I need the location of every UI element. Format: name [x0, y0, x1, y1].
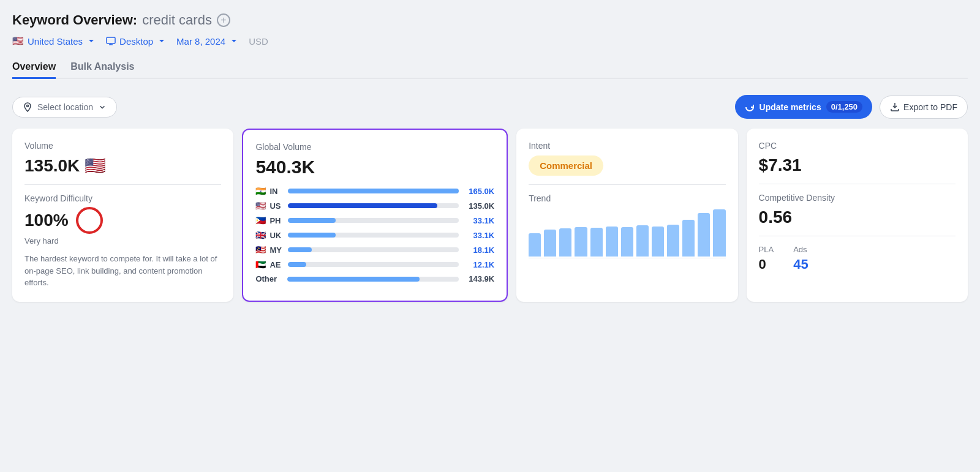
- intent-trend-card: Intent Commercial Trend: [516, 129, 737, 302]
- country-volume: 165.0K: [462, 187, 494, 196]
- kd-value: 100%: [24, 211, 69, 230]
- country-code: PH: [270, 216, 284, 225]
- add-keyword-icon[interactable]: +: [217, 13, 230, 27]
- chevron-down-icon3: [229, 36, 239, 46]
- other-label: Other: [255, 274, 284, 283]
- bar-background: [288, 189, 459, 193]
- update-metrics-button[interactable]: Update metrics 0/1,250: [735, 95, 873, 119]
- refresh-icon: [745, 102, 755, 112]
- update-metrics-label: Update metrics: [760, 102, 821, 112]
- kd-section: Keyword Difficulty 100% Very hard The ha…: [24, 193, 221, 289]
- intent-divider: [529, 184, 725, 185]
- bar-fill: [288, 218, 336, 223]
- trend-bar: [621, 227, 633, 257]
- country-flag-icon: 🇵🇭: [255, 215, 266, 225]
- bar-fill: [288, 233, 336, 238]
- intent-label: Intent: [529, 141, 725, 151]
- trend-bar: [529, 233, 541, 257]
- select-location-button[interactable]: Select location: [12, 97, 117, 118]
- ads-item: Ads 45: [793, 245, 808, 272]
- device-selector[interactable]: Desktop: [106, 36, 167, 47]
- currency-label: USD: [249, 36, 268, 47]
- kd-circle-icon: [76, 207, 103, 234]
- bar-fill: [288, 247, 312, 252]
- country-volume: 143.9K: [462, 274, 494, 283]
- export-icon: [890, 102, 900, 112]
- trend-bar: [667, 225, 679, 257]
- trend-bar: [713, 209, 725, 257]
- country-flag-icon: 🇬🇧: [255, 230, 266, 240]
- toolbar-row: Select location Update metrics 0/1,250 E…: [12, 95, 968, 119]
- bar-background: [288, 247, 459, 252]
- global-volume-value: 540.3K: [255, 157, 494, 178]
- kd-value-row: 100%: [24, 207, 221, 234]
- country-volume: 18.1K: [462, 245, 494, 255]
- country-volume: 33.1K: [462, 216, 494, 225]
- cpc-divider: [759, 184, 956, 184]
- bar-background: [287, 277, 459, 282]
- volume-value: 135.0K 🇺🇸: [24, 155, 221, 176]
- pla-ads-row: PLA 0 Ads 45: [759, 245, 956, 272]
- trend-bar: [544, 230, 556, 257]
- trend-chart: [529, 209, 725, 258]
- date-label: Mar 8, 2024: [176, 36, 225, 47]
- trend-bar: [636, 225, 649, 257]
- volume-kd-card: Volume 135.0K 🇺🇸 Keyword Difficulty 100%…: [12, 129, 233, 302]
- country-volume: 33.1K: [462, 231, 494, 240]
- tab-overview[interactable]: Overview: [12, 56, 56, 79]
- pla-item: PLA 0: [759, 245, 774, 272]
- ads-label: Ads: [793, 245, 808, 254]
- volume-label: Volume: [24, 141, 221, 151]
- tab-bulk-analysis[interactable]: Bulk Analysis: [70, 56, 134, 79]
- export-button[interactable]: Export to PDF: [880, 96, 968, 119]
- country-volume: 135.0K: [462, 201, 494, 211]
- country-flag-icon: 🇺🇸: [255, 201, 266, 211]
- country-flag-icon: 🇦🇪: [255, 260, 266, 269]
- country-selector[interactable]: 🇺🇸 United States: [12, 36, 96, 47]
- country-row: 🇲🇾 MY 18.1K: [255, 245, 494, 255]
- country-label: United States: [28, 36, 83, 47]
- country-row: 🇮🇳 IN 165.0K: [255, 186, 494, 196]
- select-location-label: Select location: [37, 102, 93, 112]
- svg-point-1: [27, 105, 29, 107]
- svg-rect-0: [107, 37, 115, 43]
- location-pin-icon: [23, 102, 32, 112]
- date-selector[interactable]: Mar 8, 2024: [176, 36, 239, 47]
- title-row: Keyword Overview: credit cards +: [12, 12, 968, 28]
- update-metrics-badge: 0/1,250: [826, 101, 862, 113]
- bar-fill: [288, 189, 459, 193]
- country-code: UK: [270, 231, 284, 240]
- country-code: MY: [270, 245, 284, 255]
- trend-bar: [682, 220, 695, 257]
- chevron-down-icon2: [157, 36, 167, 46]
- kd-label: Keyword Difficulty: [24, 193, 221, 203]
- global-volume-label: Global Volume: [255, 142, 494, 152]
- tabs-row: Overview Bulk Analysis: [12, 56, 968, 79]
- comp-density-label: Competitive Density: [759, 193, 956, 203]
- cpc-label: CPC: [759, 141, 956, 151]
- card-divider: [24, 184, 221, 185]
- bar-background: [288, 218, 459, 223]
- country-rows-container: 🇮🇳 IN 165.0K 🇺🇸 US 135.0K 🇵🇭 PH 33.1K 🇬🇧…: [255, 186, 494, 283]
- volume-flag: 🇺🇸: [85, 155, 106, 176]
- device-label: Desktop: [119, 36, 153, 47]
- toolbar-right: Update metrics 0/1,250 Export to PDF: [735, 95, 968, 119]
- comp-density-value: 0.56: [759, 208, 956, 227]
- page-title-static: Keyword Overview:: [12, 12, 137, 28]
- page-header: Keyword Overview: credit cards + 🇺🇸 Unit…: [12, 12, 968, 95]
- intent-badge: Commercial: [529, 155, 603, 176]
- country-row: 🇺🇸 US 135.0K: [255, 201, 494, 211]
- country-code: AE: [270, 260, 284, 269]
- bar-background: [288, 203, 459, 208]
- trend-bar: [559, 228, 571, 257]
- country-volume: 12.1K: [462, 260, 494, 269]
- ads-value: 45: [793, 257, 808, 272]
- bar-fill: [287, 277, 419, 282]
- desktop-icon: [106, 36, 116, 46]
- trend-bar: [575, 227, 587, 257]
- pla-value: 0: [759, 257, 774, 272]
- trend-bar: [652, 227, 664, 257]
- country-code: IN: [270, 187, 284, 196]
- cpc-value: $7.31: [759, 155, 956, 175]
- bar-background: [288, 262, 459, 267]
